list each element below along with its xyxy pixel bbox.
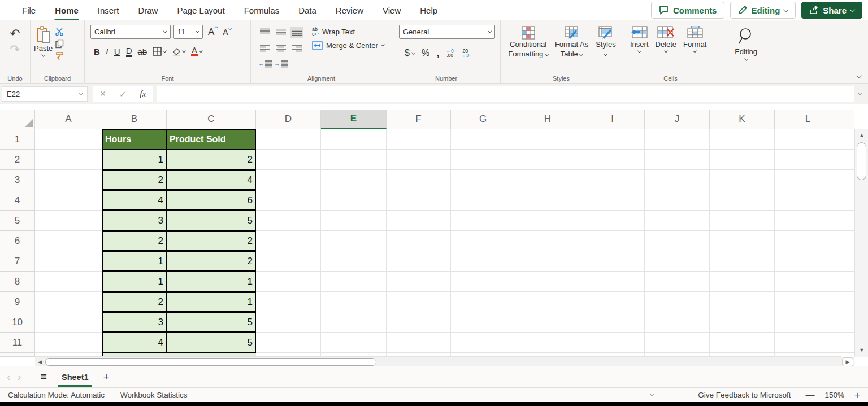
cell-A5[interactable] — [35, 211, 102, 231]
cell-C8[interactable]: 1 — [167, 272, 256, 292]
next-sheet-arrow-icon[interactable]: › — [18, 370, 28, 383]
cell-J6[interactable] — [645, 231, 710, 251]
cell-D7[interactable] — [256, 251, 321, 272]
workbook-statistics-status[interactable]: Workbook Statistics — [112, 391, 195, 399]
cell-G6[interactable] — [451, 231, 515, 251]
column-header-K[interactable]: K — [710, 110, 775, 129]
align-bottom-icon[interactable] — [290, 27, 303, 38]
cell-J-partial[interactable] — [645, 353, 710, 357]
cell-G5[interactable] — [451, 211, 515, 231]
cell-C-partial[interactable] — [167, 353, 256, 357]
cell-J9[interactable] — [645, 292, 710, 312]
row-header-3[interactable]: 3 — [0, 170, 35, 190]
cell-I5[interactable] — [580, 211, 645, 231]
format-as-table-button[interactable]: Format AsTable — [554, 26, 589, 59]
cell-F7[interactable] — [387, 251, 451, 272]
cell-L10[interactable] — [775, 312, 841, 333]
cell-G9[interactable] — [451, 292, 515, 312]
cell-L6[interactable] — [775, 231, 841, 251]
cell-partial-5[interactable] — [841, 211, 854, 231]
name-box[interactable]: E22 — [2, 86, 88, 102]
prev-sheet-arrow-icon[interactable]: ‹ — [0, 370, 18, 383]
cell-I11[interactable] — [580, 333, 645, 353]
cell-H6[interactable] — [515, 231, 580, 251]
editing-mode-button[interactable]: Editing — [730, 2, 796, 19]
percent-format-button[interactable]: % — [422, 48, 429, 58]
cell-A11[interactable] — [35, 333, 102, 353]
cell-E1[interactable] — [321, 129, 387, 150]
cell-H9[interactable] — [515, 292, 580, 312]
menu-tab-data[interactable]: Data — [289, 1, 326, 20]
formula-input[interactable] — [157, 86, 854, 102]
underline-button[interactable]: U — [114, 47, 120, 56]
row-header-5[interactable]: 5 — [0, 211, 35, 231]
menu-tab-draw[interactable]: Draw — [128, 1, 167, 20]
cell-I7[interactable] — [580, 251, 645, 272]
cell-K2[interactable] — [710, 150, 775, 170]
column-header-A[interactable]: A — [35, 110, 102, 129]
increase-decimal-button[interactable]: ←0.00 — [446, 49, 453, 58]
cell-H7[interactable] — [515, 251, 580, 272]
scroll-right-icon[interactable]: ▶ — [842, 357, 853, 366]
cell-L1[interactable] — [775, 129, 841, 150]
cell-F8[interactable] — [387, 272, 451, 292]
bold-button[interactable]: B — [94, 47, 100, 56]
cell-K6[interactable] — [710, 231, 775, 251]
paste-button[interactable]: Paste — [34, 25, 53, 60]
cell-partial-1[interactable] — [841, 129, 854, 150]
wrap-text-button[interactable]: abc↩ Wrap Text — [312, 27, 384, 36]
cell-J4[interactable] — [645, 190, 710, 211]
row-header-partial[interactable] — [0, 353, 35, 357]
cell-A2[interactable] — [35, 150, 102, 170]
cell-D8[interactable] — [256, 272, 321, 292]
row-header-9[interactable]: 9 — [0, 292, 35, 312]
cell-C2[interactable]: 2 — [167, 150, 256, 170]
cell-H2[interactable] — [515, 150, 580, 170]
cell-J3[interactable] — [645, 170, 710, 190]
column-header-D[interactable]: D — [256, 110, 321, 129]
zoom-level[interactable]: 150% — [825, 391, 845, 399]
enter-icon[interactable]: ✓ — [119, 89, 127, 99]
cell-K9[interactable] — [710, 292, 775, 312]
feedback-link[interactable]: Give Feedback to Microsoft — [698, 391, 791, 399]
decrease-decimal-button[interactable]: .00→.0 — [461, 49, 470, 58]
cell-J1[interactable] — [645, 129, 710, 150]
cell-L-partial[interactable] — [775, 353, 841, 357]
cell-G11[interactable] — [451, 333, 515, 353]
menu-tab-view[interactable]: View — [373, 1, 410, 20]
font-name-select[interactable]: Calibri — [90, 25, 171, 39]
cell-E4[interactable] — [321, 190, 387, 211]
cell-E11[interactable] — [321, 333, 387, 353]
expand-formula-bar-chevron-icon[interactable] — [858, 91, 862, 95]
cell-H-partial[interactable] — [515, 353, 580, 357]
cell-K11[interactable] — [710, 333, 775, 353]
strikethrough-button[interactable]: ab — [138, 47, 147, 56]
cell-K7[interactable] — [710, 251, 775, 272]
cell-C6[interactable]: 2 — [167, 231, 256, 251]
cell-B9[interactable]: 2 — [102, 292, 167, 312]
column-header-I[interactable]: I — [580, 110, 645, 129]
cell-B3[interactable]: 2 — [102, 170, 167, 190]
copy-icon[interactable] — [55, 39, 64, 49]
cell-C9[interactable]: 1 — [167, 292, 256, 312]
align-center-icon[interactable] — [274, 42, 288, 54]
undo-button[interactable]: ↶ — [10, 28, 20, 40]
cell-A3[interactable] — [35, 170, 102, 190]
row-header-1[interactable]: 1 — [0, 129, 35, 150]
cell-C11[interactable]: 5 — [167, 333, 256, 353]
cell-F11[interactable] — [387, 333, 451, 353]
format-cells-button[interactable]: Format — [683, 26, 706, 53]
cell-I6[interactable] — [580, 231, 645, 251]
cell-J8[interactable] — [645, 272, 710, 292]
calculation-mode-status[interactable]: Calculation Mode: Automatic — [0, 391, 112, 399]
cell-H8[interactable] — [515, 272, 580, 292]
font-color-button[interactable]: A — [191, 47, 202, 56]
cell-partial-4[interactable] — [841, 190, 854, 211]
cell-D4[interactable] — [256, 190, 321, 211]
column-header-G[interactable]: G — [451, 110, 515, 129]
cut-icon[interactable] — [55, 27, 64, 36]
cell-E8[interactable] — [321, 272, 387, 292]
cell-H5[interactable] — [515, 211, 580, 231]
cell-A-partial[interactable] — [35, 353, 102, 357]
cell-L3[interactable] — [775, 170, 841, 190]
